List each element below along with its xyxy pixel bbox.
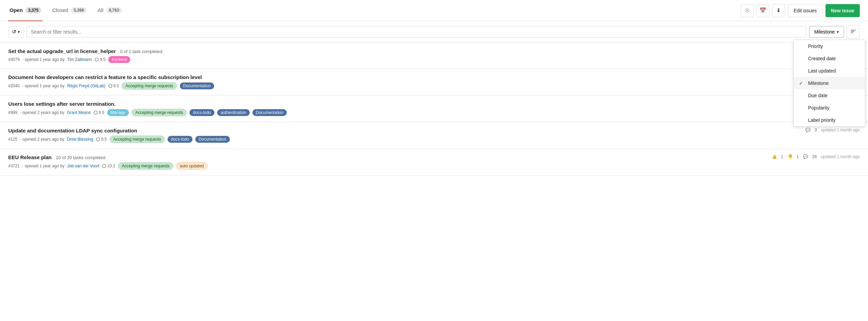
weight-icon-3: 9.5 <box>94 110 104 115</box>
filter-bar: ↺ ▾ Milestone ▾ Priority Created date La… <box>0 21 868 43</box>
tab-open[interactable]: Open 3,375 <box>8 0 42 21</box>
issue-main-1: Set the actual upgrade_url in license_he… <box>8 48 798 63</box>
tab-all[interactable]: All 8,763 <box>96 0 123 21</box>
weight-icon-5: 10.2 <box>102 164 115 168</box>
dropdown-item-label-priority[interactable]: Label priority <box>794 114 865 126</box>
issue-task-info-5: 10 of 20 tasks completed <box>56 155 106 160</box>
rss-icon-button[interactable]: ☉ <box>741 4 754 17</box>
label-authentication-3[interactable]: authentication <box>217 109 250 116</box>
comment-icon-4: 💬 <box>805 128 810 132</box>
sort-button[interactable] <box>847 25 860 38</box>
milestone-dropdown-button[interactable]: Milestone ▾ <box>809 26 844 38</box>
filter-reset-button[interactable]: ↺ ▾ <box>8 26 24 37</box>
issue-title-4[interactable]: Update and documentation LDAP sync confi… <box>8 128 798 133</box>
label-documentation-4[interactable]: Documentation <box>195 136 230 143</box>
dropdown-last-updated-label: Last updated <box>808 68 836 74</box>
svg-point-6 <box>96 138 100 141</box>
search-input[interactable] <box>26 26 806 38</box>
thumbs-down-icon-5: 👎 <box>788 154 793 159</box>
label-docs-todo-4[interactable]: docs-todo <box>168 136 193 143</box>
new-issue-button[interactable]: New issue <box>826 4 860 17</box>
issue-actions-4: 💬 3 updated 1 month ago <box>798 128 860 132</box>
header-actions: ☉ 📅 ⬇ Edit issues New issue <box>741 4 860 17</box>
tab-open-count: 3,375 <box>25 7 41 13</box>
issue-number-3: #999 <box>8 110 17 115</box>
issue-title-5[interactable]: EEU Release plan 10 of 20 tasks complete… <box>8 154 772 160</box>
calendar-icon: 📅 <box>759 7 766 14</box>
issue-opened-5: · opened 1 year ago by <box>22 164 64 168</box>
dropdown-due-date-label: Due date <box>808 93 828 98</box>
issue-main-5: EEU Release plan 10 of 20 tasks complete… <box>8 154 772 170</box>
issue-main-3: Users lose settings after server termina… <box>8 101 798 116</box>
issue-opened-4: · opened 2 years ago by <box>20 137 64 142</box>
label-accepting-mr-5[interactable]: Accepting merge requests <box>118 162 173 170</box>
milestone-label: Milestone <box>814 29 835 35</box>
svg-point-7 <box>102 164 106 168</box>
label-documentation-3[interactable]: Documentation <box>252 109 287 116</box>
download-icon: ⬇ <box>776 7 781 14</box>
tab-closed-count: 5,388 <box>71 7 87 13</box>
calendar-icon-button[interactable]: 📅 <box>756 4 769 17</box>
issue-number-1: #3079 <box>8 57 20 62</box>
issue-main-4: Update and documentation LDAP sync confi… <box>8 128 798 143</box>
edit-issues-button[interactable]: Edit issues <box>788 4 823 17</box>
svg-point-5 <box>94 111 97 114</box>
label-docs-todo-3[interactable]: docs-todo <box>189 109 214 116</box>
svg-point-3 <box>95 58 98 61</box>
dropdown-popularity-label: Popularity <box>808 105 829 111</box>
milestone-chevron-icon: ▾ <box>837 30 839 34</box>
dropdown-item-due-date[interactable]: Due date <box>794 89 865 102</box>
label-documentation-2[interactable]: Documentation <box>180 82 214 89</box>
tab-closed[interactable]: Closed 5,388 <box>51 0 88 21</box>
issues-list: Set the actual upgrade_url in license_he… <box>0 43 868 176</box>
comment-count-5: 26 <box>812 154 817 159</box>
dropdown-item-last-updated[interactable]: Last updated <box>794 65 865 77</box>
check-icon: ✓ <box>799 81 805 86</box>
issue-opened-1: · opened 1 year ago by <box>22 57 64 62</box>
issue-task-info-1: 0 of 1 task completed <box>120 49 162 54</box>
issue-main-2: Document how developers can restrict a f… <box>8 74 798 90</box>
sort-icon <box>851 29 856 35</box>
table-row: Document how developers can restrict a f… <box>0 69 868 95</box>
weight-icon-2: 9.5 <box>108 84 119 88</box>
tab-all-label: All <box>98 7 103 13</box>
weight-icon-4: 9.5 <box>96 137 107 142</box>
label-accepting-mr-2[interactable]: Accepting merge requests <box>122 82 177 90</box>
issue-title-1[interactable]: Set the actual upgrade_url in license_he… <box>8 48 798 54</box>
issue-meta-5: #3721 · opened 1 year ago by Job van der… <box>8 162 772 170</box>
issue-author-3[interactable]: Grant Means <box>67 110 90 115</box>
comment-icon-5: 💬 <box>803 154 808 159</box>
dropdown-item-milestone[interactable]: ✓ Milestone <box>794 77 865 89</box>
dropdown-priority-label: Priority <box>808 43 823 49</box>
updated-5: updated 1 month ago <box>821 154 860 159</box>
issue-author-5[interactable]: Job van der Voort <box>67 164 99 168</box>
issue-author-4[interactable]: Drew Blessing <box>67 137 93 142</box>
issue-title-3[interactable]: Users lose settings after server termina… <box>8 101 798 107</box>
comment-count-4: 3 <box>815 128 817 132</box>
label-manage-3[interactable]: Manage <box>107 109 129 116</box>
issue-meta-3: #999 · opened 2 years ago by Grant Means… <box>8 109 798 116</box>
issue-meta-4: #125 · opened 2 years ago by Drew Blessi… <box>8 136 798 143</box>
issue-actions-5: 👍 1 👎 1 💬 26 updated 1 month ago <box>772 154 860 159</box>
label-accepting-mr-4[interactable]: Accepting merge requests <box>110 136 165 143</box>
dropdown-item-priority[interactable]: Priority <box>794 40 865 52</box>
issue-number-4: #125 <box>8 137 17 142</box>
dropdown-item-popularity[interactable]: Popularity <box>794 102 865 114</box>
tab-open-label: Open <box>10 7 23 13</box>
dropdown-item-created-date[interactable]: Created date <box>794 52 865 65</box>
issue-title-2[interactable]: Document how developers can restrict a f… <box>8 74 798 80</box>
label-accepting-mr-3[interactable]: Accepting merge requests <box>132 109 187 116</box>
label-auto-updated-5[interactable]: auto updated <box>176 162 208 170</box>
issue-opened-2: · opened 1 year ago by <box>22 84 64 88</box>
download-icon-button[interactable]: ⬇ <box>772 4 785 17</box>
dropdown-created-date-label: Created date <box>808 56 836 61</box>
tab-closed-label: Closed <box>52 7 68 13</box>
updated-4: updated 1 month ago <box>821 128 860 132</box>
label-frontend[interactable]: frontend <box>108 56 130 63</box>
issue-author-2[interactable]: Régis Freyd (GitLab) <box>67 84 105 88</box>
dropdown-label-priority-label: Label priority <box>808 117 835 123</box>
table-row: Users lose settings after server termina… <box>0 95 868 122</box>
thumbs-down-count-5: 1 <box>797 154 799 159</box>
issue-author-1[interactable]: Tim Zallmann <box>67 57 92 62</box>
svg-point-4 <box>109 84 112 88</box>
